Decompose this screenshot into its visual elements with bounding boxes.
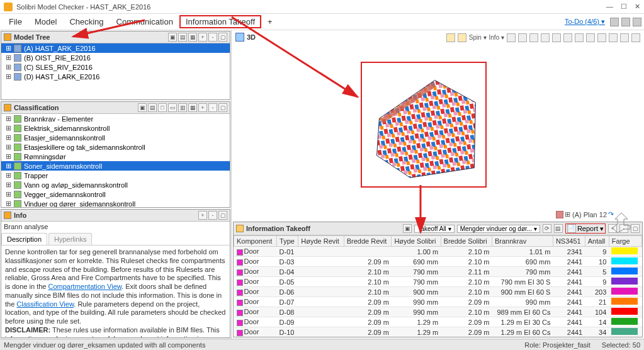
table-row[interactable]: DoorD-072.09 m990 mm2.09 m990 mm244121 <box>234 297 642 307</box>
classification-panel: Classification ▣▤ □▭ ▥▦ +- ▢ ⊞Brannkrav … <box>1 101 230 208</box>
table-header[interactable]: Bredde Revit <box>344 236 392 247</box>
class-tool-icon[interactable]: ▥ <box>178 103 187 112</box>
info-description: Denne kontrollen tar for seg generell br… <box>1 246 230 337</box>
window-title: Solibri Model Checker - HAST_ARK_E2016 <box>16 3 606 11</box>
info-tool-icon[interactable]: - <box>208 211 217 220</box>
tree-tool-icon[interactable]: + <box>198 33 207 42</box>
table-header[interactable]: Høyde Solibri <box>392 236 441 247</box>
model-tree-item[interactable]: ⊞(B) OIST_RIE_E2016 <box>1 53 230 62</box>
takeoff-table: KomponentTypeHøyde RevitBredde RevitHøyd… <box>234 235 642 337</box>
classification-item[interactable]: ⊞Trapper <box>1 171 230 180</box>
table-row[interactable]: DoorD-042.10 m790 mm2.11 m790 mm24415 <box>234 267 642 277</box>
classification-item[interactable]: ⊞Etasjer_sidemannskontroll <box>1 133 230 142</box>
right-pane: 3D Spin ▾ Info ▾ <box>232 30 644 339</box>
class-tool-icon[interactable]: ▢ <box>218 103 227 112</box>
svg-line-9 <box>73 20 145 37</box>
classification-item[interactable]: ⊞Vegger_sidemannskontroll <box>1 189 230 199</box>
tree-tool-icon[interactable]: ▢ <box>218 33 227 42</box>
classification-item[interactable]: ⊞Rømningsdør <box>1 152 230 161</box>
panel-icon <box>4 33 11 41</box>
table-row[interactable]: DoorD-062.10 m900 mm2.10 m900 mm EI 60 S… <box>234 287 642 297</box>
tree-tool-icon[interactable]: ▣ <box>168 33 177 42</box>
plan-compass-icon[interactable] <box>602 210 640 237</box>
table-row[interactable]: DoorD-102.09 m1.29 m2.09 m1.29 m EI 60 C… <box>234 327 642 337</box>
info-panel: Info + - ▢ Brann analyse Description Hyp… <box>1 209 230 338</box>
takeoff-scope-icon[interactable]: ▣ <box>403 224 412 233</box>
tab-description[interactable]: Description <box>1 233 47 245</box>
takeoff-tool-icon[interactable]: ⟳ <box>543 224 551 233</box>
tree-tool-icon[interactable]: ▦ <box>188 33 197 42</box>
model-tree-item[interactable]: ⊞(C) SLES_RIV_E2016 <box>1 62 230 72</box>
table-header[interactable]: Type <box>277 236 298 247</box>
classification-item[interactable]: ⊞Etasjeskillere og tak_sidemannskontroll <box>1 142 230 152</box>
table-row[interactable]: DoorD-082.09 m990 mm2.10 m989 mm EI 60 C… <box>234 307 642 317</box>
classification-item[interactable]: ⊞Brannkrav - Elementer <box>1 114 230 123</box>
panel-icon <box>4 212 11 219</box>
app-icon <box>4 3 13 11</box>
maximize-button[interactable]: ☐ <box>621 3 627 11</box>
classification-item[interactable]: ⊞Soner_sidemannskontroll <box>1 161 230 171</box>
model-tree-item[interactable]: ⊞(A) HAST_ARK_E2016 <box>1 43 230 53</box>
svg-line-7 <box>232 17 358 97</box>
tree-tool-icon[interactable]: - <box>208 33 217 42</box>
takeoff-tool-icon[interactable]: ▤ <box>554 224 563 233</box>
class-tool-icon[interactable]: ▭ <box>168 103 177 112</box>
svg-marker-6 <box>613 213 630 233</box>
window-controls: — ☐ ✕ <box>606 3 640 11</box>
table-header[interactable]: NS3451 <box>553 236 585 247</box>
table-row[interactable]: DoorD-092.09 m1.29 m2.09 m1.29 m EI 30 C… <box>234 317 642 327</box>
classification-item[interactable]: ⊞Elektrisk_sidemannskontroll <box>1 123 230 133</box>
table-header[interactable]: Brannkrav <box>492 236 553 247</box>
class-tool-icon[interactable]: ▤ <box>148 103 157 112</box>
class-tool-icon[interactable]: + <box>198 103 207 112</box>
status-message: Mengder vinduer og dører_eksamen updated… <box>4 341 205 349</box>
table-header[interactable]: Farge <box>609 236 641 247</box>
class-tool-icon[interactable]: ▦ <box>188 103 197 112</box>
tool-icon[interactable] <box>633 18 641 26</box>
table-header[interactable]: Komponent <box>234 236 277 247</box>
model-tree-item[interactable]: ⊞(D) HAST_LARK_E2016 <box>1 72 230 81</box>
info-tabs: Description Hyperlinks <box>1 233 230 246</box>
status-selected: Selected: 50 <box>602 341 640 349</box>
classification-item[interactable]: ⊞Vinduer og dører_sidemannskontroll <box>1 199 230 207</box>
status-bar: Mengder vinduer og dører_eksamen updated… <box>0 339 644 350</box>
tool-icon[interactable] <box>621 18 630 26</box>
compartmentation-view-link[interactable]: Compartmentation View <box>48 283 122 290</box>
class-tool-icon[interactable]: □ <box>158 103 167 112</box>
table-row[interactable]: DoorD-052.10 m790 mm2.10 m790 mm EI 30 S… <box>234 277 642 287</box>
close-button[interactable]: ✕ <box>635 3 640 11</box>
report-icon[interactable]: 📄 <box>567 224 576 233</box>
takeoff-definition-dropdown[interactable]: Mengder vinduer og dør... ▾ <box>457 225 540 233</box>
class-tool-icon[interactable]: - <box>208 103 217 112</box>
table-row[interactable]: DoorD-011.00 m2.10 m1.01 m23419 <box>234 247 642 257</box>
menu-file[interactable]: File <box>3 15 28 28</box>
3d-viewport[interactable]: 3D Spin ▾ Info ▾ <box>232 30 644 222</box>
status-role: Role: Prosjekter_fasit <box>524 341 590 349</box>
report-dropdown[interactable]: Report ▾ <box>577 225 604 233</box>
classification-view-link[interactable]: Classification View <box>16 300 74 308</box>
tree-tool-icon[interactable]: ▤ <box>178 33 187 42</box>
panel-title: Information Takeoff <box>246 225 310 232</box>
classification-item[interactable]: ⊞Vann og avløp_sidemannskontroll <box>1 180 230 189</box>
title-bar: Solibri Model Checker - HAST_ARK_E2016 —… <box>0 0 644 14</box>
table-header[interactable]: Antall <box>585 236 609 247</box>
panel-icon <box>236 225 244 232</box>
info-tool-icon[interactable]: ▢ <box>218 211 227 220</box>
table-row[interactable]: DoorD-032.09 m690 mm2.10 m690 mm244110 <box>234 257 642 267</box>
left-pane: Model Tree ▣ ▤ ▦ + - ▢ ⊞(A) HAST_ARK_E20… <box>0 30 232 339</box>
class-tool-icon[interactable]: ▣ <box>138 103 147 112</box>
info-subtitle: Brann analyse <box>1 222 230 230</box>
tab-hyperlinks[interactable]: Hyperlinks <box>48 233 92 245</box>
vp-tool-icon[interactable] <box>631 33 640 42</box>
panel-title: Info <box>14 212 198 219</box>
information-takeoff-panel: Information Takeoff ▣ Takeoff All ▾ Meng… <box>233 222 643 337</box>
minimize-button[interactable]: — <box>606 3 613 11</box>
panel-icon <box>4 104 11 111</box>
table-header[interactable]: Bredde Solibri <box>441 236 492 247</box>
info-tool-icon[interactable]: + <box>198 211 207 220</box>
menu-model[interactable]: Model <box>28 15 63 28</box>
panel-title: Classification <box>14 104 138 111</box>
table-header[interactable]: Høyde Revit <box>298 236 344 247</box>
